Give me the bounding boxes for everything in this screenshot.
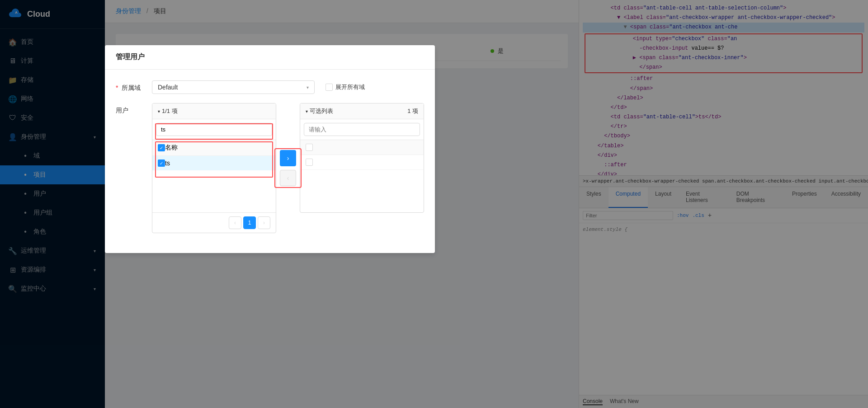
modal-overlay: 管理用户 * 所属域 Default ▾ — [105, 23, 579, 408]
chevron-down-icon: ▾ — [306, 109, 308, 114]
transfer-left-list: ✓ 名称 ✓ ts — [152, 140, 276, 212]
user-label: 用户 — [116, 103, 152, 115]
column-name-header: 名称 — [165, 144, 178, 152]
modal-dialog: 管理用户 * 所属域 Default ▾ — [105, 45, 435, 253]
right-item-checkbox[interactable] — [306, 159, 313, 166]
modal-title: 管理用户 — [105, 45, 435, 70]
prev-page-btn[interactable]: ‹ — [229, 216, 241, 229]
transfer-list-item[interactable]: ✓ ts — [152, 156, 276, 170]
transfer-container: ▾ 1/1 项 ✓ 名称 — [152, 103, 424, 233]
domain-label-text: 所属域 — [122, 84, 141, 91]
transfer-right-search-box — [300, 119, 424, 140]
transfer-search-input[interactable] — [156, 123, 272, 136]
chevron-down-icon: ▾ — [158, 109, 160, 114]
transfer-right-btn[interactable]: › — [280, 150, 296, 166]
expand-all-check-icon — [326, 84, 333, 91]
transfer-left-btn[interactable]: ‹ — [280, 170, 296, 186]
right-list-item[interactable] — [300, 155, 424, 170]
domain-label: * 所属域 — [116, 80, 152, 92]
transfer-left-panel: ▾ 1/1 项 ✓ 名称 — [152, 103, 276, 233]
transfer-right-list-header — [300, 140, 424, 155]
domain-select-value: Default — [158, 84, 178, 91]
transfer-left-header: ▾ 1/1 项 — [152, 103, 276, 119]
transfer-right-search-input[interactable] — [304, 123, 420, 136]
transfer-right-count-val: 1 项 — [407, 107, 418, 115]
expand-all-label: 展开所有域 — [335, 83, 365, 91]
user-transfer: ▾ 1/1 项 ✓ 名称 — [152, 103, 424, 233]
domain-form-row: * 所属域 Default ▾ 展开所有域 — [116, 80, 424, 94]
user-form-row: 用户 ▾ — [116, 103, 424, 233]
required-star: * — [116, 84, 118, 91]
expand-all-checkbox[interactable]: 展开所有域 — [326, 83, 365, 91]
domain-select[interactable]: Default ▾ — [152, 80, 315, 94]
transfer-right-list — [300, 140, 424, 212]
page-1-btn[interactable]: 1 — [243, 216, 256, 229]
transfer-left-count: 1/1 项 — [162, 107, 178, 115]
transfer-right-header: ▾ 可选列表 1 项 — [300, 103, 424, 119]
transfer-search-box — [152, 119, 276, 140]
next-page-btn[interactable]: › — [258, 216, 270, 229]
transfer-right-available: 可选列表 — [310, 107, 333, 115]
transfer-list-header: ✓ 名称 — [152, 140, 276, 156]
item-checkbox[interactable]: ✓ — [158, 159, 165, 167]
item-name: ts — [165, 159, 170, 167]
transfer-right-panel: ▾ 可选列表 1 项 — [300, 103, 424, 213]
header-checkbox[interactable]: ✓ — [158, 144, 165, 151]
transfer-left-footer: ‹ 1 › — [152, 212, 276, 233]
page-area: b6e98af4ca254a47944ca04214e0d848 ui-test… — [105, 23, 579, 408]
right-header-checkbox[interactable] — [306, 144, 313, 151]
modal-body: * 所属域 Default ▾ 展开所有域 — [105, 70, 435, 253]
chevron-down-icon: ▾ — [307, 85, 309, 90]
transfer-ops: › ‹ — [276, 150, 300, 186]
main-content: 身份管理 / 项目 b6e98af4ca254a47944ca04214e0d8… — [105, 0, 579, 408]
domain-form-control: Default ▾ 展开所有域 — [152, 80, 424, 94]
pagination: ‹ 1 › — [229, 216, 270, 229]
